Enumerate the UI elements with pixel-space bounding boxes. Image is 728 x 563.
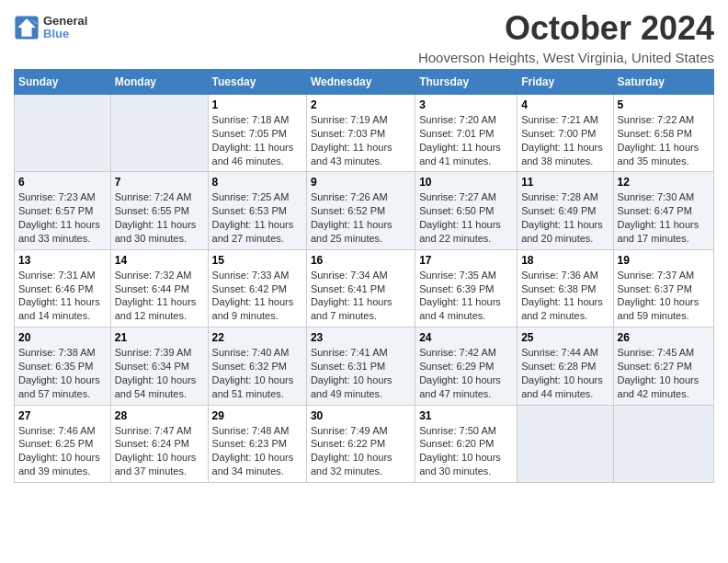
day-info: Sunrise: 7:45 AM Sunset: 6:27 PM Dayligh…: [618, 346, 710, 400]
week-row-5: 27Sunrise: 7:46 AM Sunset: 6:25 PM Dayli…: [15, 405, 714, 482]
day-info: Sunrise: 7:25 AM Sunset: 6:53 PM Dayligh…: [212, 190, 302, 245]
week-row-2: 6Sunrise: 7:23 AM Sunset: 6:57 PM Daylig…: [15, 172, 714, 249]
day-info: Sunrise: 7:22 AM Sunset: 6:58 PM Dayligh…: [618, 113, 710, 167]
day-number: 15: [212, 254, 302, 267]
day-cell: 9Sunrise: 7:26 AM Sunset: 6:52 PM Daylig…: [306, 172, 415, 249]
day-number: 23: [311, 331, 411, 344]
day-cell: [518, 405, 613, 482]
day-cell: [110, 95, 208, 172]
day-info: Sunrise: 7:20 AM Sunset: 7:01 PM Dayligh…: [419, 113, 513, 167]
week-row-4: 20Sunrise: 7:38 AM Sunset: 6:35 PM Dayli…: [15, 327, 714, 405]
day-info: Sunrise: 7:21 AM Sunset: 7:00 PM Dayligh…: [521, 113, 609, 167]
day-cell: 29Sunrise: 7:48 AM Sunset: 6:23 PM Dayli…: [208, 405, 306, 482]
calendar-table: SundayMondayTuesdayWednesdayThursdayFrid…: [14, 69, 714, 483]
day-info: Sunrise: 7:46 AM Sunset: 6:25 PM Dayligh…: [18, 424, 107, 478]
day-cell: 11Sunrise: 7:28 AM Sunset: 6:49 PM Dayli…: [518, 172, 613, 249]
day-number: 30: [311, 409, 411, 422]
day-info: Sunrise: 7:50 AM Sunset: 6:20 PM Dayligh…: [419, 424, 513, 478]
day-cell: 28Sunrise: 7:47 AM Sunset: 6:24 PM Dayli…: [110, 405, 208, 482]
day-number: 11: [521, 176, 609, 189]
day-number: 29: [212, 409, 302, 422]
header-cell-thursday: Thursday: [415, 70, 518, 95]
day-info: Sunrise: 7:41 AM Sunset: 6:31 PM Dayligh…: [311, 346, 411, 400]
day-cell: 30Sunrise: 7:49 AM Sunset: 6:22 PM Dayli…: [306, 405, 415, 482]
day-info: Sunrise: 7:19 AM Sunset: 7:03 PM Dayligh…: [311, 113, 411, 167]
calendar-header: SundayMondayTuesdayWednesdayThursdayFrid…: [15, 70, 714, 95]
day-cell: 14Sunrise: 7:32 AM Sunset: 6:44 PM Dayli…: [110, 249, 208, 327]
day-info: Sunrise: 7:38 AM Sunset: 6:35 PM Dayligh…: [18, 346, 107, 400]
day-info: Sunrise: 7:28 AM Sunset: 6:49 PM Dayligh…: [521, 190, 609, 245]
logo-line1: General: [43, 15, 87, 28]
day-cell: 16Sunrise: 7:34 AM Sunset: 6:41 PM Dayli…: [306, 249, 415, 327]
day-cell: 6Sunrise: 7:23 AM Sunset: 6:57 PM Daylig…: [15, 172, 111, 249]
day-info: Sunrise: 7:40 AM Sunset: 6:32 PM Dayligh…: [212, 346, 302, 400]
day-cell: 27Sunrise: 7:46 AM Sunset: 6:25 PM Dayli…: [15, 405, 111, 482]
day-number: 19: [618, 254, 710, 267]
logo-icon: [14, 15, 40, 40]
day-cell: 8Sunrise: 7:25 AM Sunset: 6:53 PM Daylig…: [208, 172, 306, 249]
day-cell: 20Sunrise: 7:38 AM Sunset: 6:35 PM Dayli…: [15, 327, 111, 405]
day-cell: 4Sunrise: 7:21 AM Sunset: 7:00 PM Daylig…: [518, 95, 613, 172]
day-number: 25: [521, 331, 609, 344]
day-number: 1: [212, 98, 302, 111]
day-cell: 5Sunrise: 7:22 AM Sunset: 6:58 PM Daylig…: [613, 95, 713, 172]
day-number: 13: [18, 254, 107, 267]
day-number: 4: [521, 98, 609, 111]
day-info: Sunrise: 7:49 AM Sunset: 6:22 PM Dayligh…: [311, 424, 411, 478]
day-number: 26: [618, 331, 710, 344]
day-info: Sunrise: 7:18 AM Sunset: 7:05 PM Dayligh…: [212, 113, 302, 167]
day-info: Sunrise: 7:37 AM Sunset: 6:37 PM Dayligh…: [618, 269, 710, 323]
logo-line2: Blue: [43, 28, 87, 40]
day-info: Sunrise: 7:35 AM Sunset: 6:39 PM Dayligh…: [419, 269, 513, 323]
day-cell: [613, 405, 713, 482]
day-cell: 19Sunrise: 7:37 AM Sunset: 6:37 PM Dayli…: [613, 249, 713, 327]
day-info: Sunrise: 7:27 AM Sunset: 6:50 PM Dayligh…: [419, 190, 513, 245]
day-cell: 24Sunrise: 7:42 AM Sunset: 6:29 PM Dayli…: [415, 327, 518, 405]
header-cell-saturday: Saturday: [613, 70, 713, 95]
day-cell: 31Sunrise: 7:50 AM Sunset: 6:20 PM Dayli…: [415, 405, 518, 482]
title-block: October 2024 Hooverson Heights, West Vir…: [418, 9, 714, 65]
day-info: Sunrise: 7:42 AM Sunset: 6:29 PM Dayligh…: [419, 346, 513, 400]
page: General Blue October 2024 Hooverson Heig…: [0, 0, 728, 497]
day-cell: 17Sunrise: 7:35 AM Sunset: 6:39 PM Dayli…: [415, 249, 518, 327]
logo: General Blue: [14, 15, 87, 41]
day-info: Sunrise: 7:33 AM Sunset: 6:42 PM Dayligh…: [212, 269, 302, 323]
day-cell: 10Sunrise: 7:27 AM Sunset: 6:50 PM Dayli…: [415, 172, 518, 249]
day-number: 18: [521, 254, 609, 267]
header-cell-monday: Monday: [110, 70, 208, 95]
day-cell: 12Sunrise: 7:30 AM Sunset: 6:47 PM Dayli…: [613, 172, 713, 249]
day-cell: 22Sunrise: 7:40 AM Sunset: 6:32 PM Dayli…: [208, 327, 306, 405]
day-info: Sunrise: 7:34 AM Sunset: 6:41 PM Dayligh…: [311, 269, 411, 323]
day-info: Sunrise: 7:44 AM Sunset: 6:28 PM Dayligh…: [521, 346, 609, 400]
day-number: 2: [311, 98, 411, 111]
header-cell-tuesday: Tuesday: [208, 70, 306, 95]
day-number: 14: [115, 254, 204, 267]
day-cell: 18Sunrise: 7:36 AM Sunset: 6:38 PM Dayli…: [518, 249, 613, 327]
day-info: Sunrise: 7:23 AM Sunset: 6:57 PM Dayligh…: [18, 190, 107, 245]
day-cell: 2Sunrise: 7:19 AM Sunset: 7:03 PM Daylig…: [306, 95, 415, 172]
week-row-3: 13Sunrise: 7:31 AM Sunset: 6:46 PM Dayli…: [15, 249, 714, 327]
day-info: Sunrise: 7:24 AM Sunset: 6:55 PM Dayligh…: [115, 190, 204, 245]
day-number: 22: [212, 331, 302, 344]
day-number: 28: [115, 409, 204, 422]
day-number: 27: [18, 409, 107, 422]
day-info: Sunrise: 7:32 AM Sunset: 6:44 PM Dayligh…: [115, 269, 204, 323]
header-row: SundayMondayTuesdayWednesdayThursdayFrid…: [15, 70, 714, 95]
main-title: October 2024: [418, 9, 714, 48]
header: General Blue October 2024 Hooverson Heig…: [14, 9, 714, 65]
subtitle: Hooverson Heights, West Virginia, United…: [418, 50, 714, 65]
day-number: 12: [618, 176, 710, 189]
day-cell: 15Sunrise: 7:33 AM Sunset: 6:42 PM Dayli…: [208, 249, 306, 327]
day-cell: 7Sunrise: 7:24 AM Sunset: 6:55 PM Daylig…: [110, 172, 208, 249]
day-cell: 25Sunrise: 7:44 AM Sunset: 6:28 PM Dayli…: [518, 327, 613, 405]
day-cell: 21Sunrise: 7:39 AM Sunset: 6:34 PM Dayli…: [110, 327, 208, 405]
day-number: 3: [419, 98, 513, 111]
calendar-body: 1Sunrise: 7:18 AM Sunset: 7:05 PM Daylig…: [15, 95, 714, 483]
day-number: 9: [311, 176, 411, 189]
day-info: Sunrise: 7:48 AM Sunset: 6:23 PM Dayligh…: [212, 424, 302, 478]
day-info: Sunrise: 7:31 AM Sunset: 6:46 PM Dayligh…: [18, 269, 107, 323]
day-number: 10: [419, 176, 513, 189]
day-number: 7: [115, 176, 204, 189]
day-info: Sunrise: 7:47 AM Sunset: 6:24 PM Dayligh…: [115, 424, 204, 478]
day-cell: 1Sunrise: 7:18 AM Sunset: 7:05 PM Daylig…: [208, 95, 306, 172]
